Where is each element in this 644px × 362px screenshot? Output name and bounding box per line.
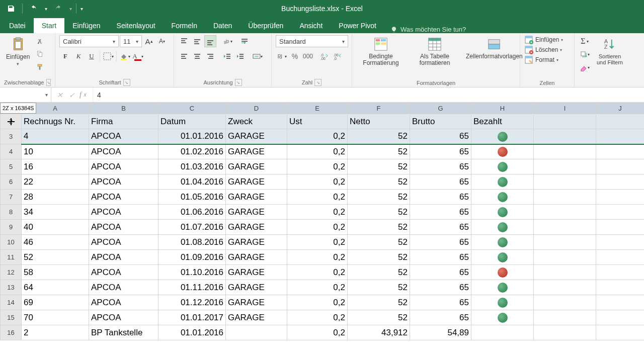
undo-button[interactable]	[27, 2, 41, 16]
clipboard-dialog-launcher[interactable]: ↘	[46, 79, 51, 86]
cell[interactable]: GARAGE	[226, 220, 287, 235]
cell[interactable]	[596, 295, 645, 310]
cell-status[interactable]	[471, 174, 534, 190]
row-header[interactable]: 4	[1, 144, 22, 159]
redo-button[interactable]	[51, 2, 65, 16]
cell[interactable]	[534, 174, 596, 190]
bold-button[interactable]: F	[59, 50, 71, 62]
conditional-formatting-button[interactable]: Bedingte Formatierung	[356, 35, 406, 67]
cell[interactable]: 65	[410, 129, 471, 144]
align-right-button[interactable]	[204, 50, 216, 62]
cell[interactable]: 64	[22, 280, 89, 295]
cell[interactable]	[534, 325, 596, 340]
cell[interactable]: 52	[348, 280, 410, 295]
cell[interactable]	[534, 310, 596, 325]
tell-me-search[interactable]: Was möchten Sie tun?	[384, 26, 472, 33]
increase-decimal-button[interactable]: ,0,00	[318, 50, 330, 62]
cell-status[interactable]	[471, 144, 534, 159]
cell[interactable]: Firma	[89, 114, 158, 129]
cell[interactable]: Netto	[348, 114, 410, 129]
insert-function-button[interactable]: fx	[79, 90, 89, 100]
column-header-C[interactable]: C	[158, 103, 226, 114]
cell[interactable]: 28	[22, 190, 89, 205]
orientation-button[interactable]: ab▾	[221, 35, 233, 47]
cell[interactable]	[596, 144, 645, 159]
cell[interactable]: APCOA	[89, 190, 158, 205]
format-as-table-button[interactable]: Als Tabelle formatieren	[413, 35, 457, 67]
cell[interactable]: 0,2	[287, 220, 348, 235]
cell[interactable]: 01.12.2016	[158, 295, 226, 310]
cell[interactable]	[534, 190, 596, 205]
cell[interactable]	[596, 310, 645, 325]
cell[interactable]: 52	[22, 250, 89, 265]
font-size-combo[interactable]: 11▾	[120, 35, 142, 47]
cell[interactable]: 52	[348, 250, 410, 265]
cell[interactable]	[596, 190, 645, 205]
cell-status[interactable]	[471, 159, 534, 174]
cell[interactable]: 65	[410, 265, 471, 280]
save-button[interactable]	[4, 2, 18, 16]
tab-powerpivot[interactable]: Power Pivot	[331, 18, 384, 33]
row-header[interactable]: 12	[1, 265, 22, 280]
column-header-F[interactable]: F	[348, 103, 410, 114]
cell[interactable]: 52	[348, 295, 410, 310]
fill-color-button[interactable]: ▾	[119, 50, 131, 62]
tab-formeln[interactable]: Formeln	[164, 18, 205, 33]
clear-button[interactable]: ▾	[579, 61, 591, 73]
cell[interactable]	[596, 265, 645, 280]
cell[interactable]: Zweck	[226, 114, 287, 129]
cell[interactable]: APCOA	[89, 280, 158, 295]
spreadsheet-grid[interactable]: 2Z x 16384S A B C D E F G H I J 2Rechnug…	[0, 103, 644, 340]
paste-button[interactable]: Einfügen ▾	[4, 35, 32, 67]
cell[interactable]: 0,2	[287, 310, 348, 325]
qat-customize-icon[interactable]: ▾	[80, 6, 83, 12]
cell[interactable]	[534, 295, 596, 310]
cell[interactable]	[534, 159, 596, 174]
row-header[interactable]: 3	[1, 129, 22, 144]
redo-dropdown-icon[interactable]: ▾	[69, 6, 72, 12]
copy-button[interactable]	[34, 48, 46, 60]
cell[interactable]	[596, 220, 645, 235]
cell-status[interactable]	[471, 310, 534, 325]
shrink-font-button[interactable]: A▾	[156, 35, 168, 47]
column-header-J[interactable]: J	[596, 103, 645, 114]
tab-daten[interactable]: Daten	[205, 18, 240, 33]
decrease-decimal-button[interactable]: ,00,0	[331, 50, 343, 62]
row-header[interactable]: 13	[1, 280, 22, 295]
cell[interactable]	[596, 235, 645, 250]
cell[interactable]: 0,2	[287, 325, 348, 340]
column-header-G[interactable]: G	[410, 103, 471, 114]
cell[interactable]: 40	[22, 220, 89, 235]
cell[interactable]: 65	[410, 310, 471, 325]
cell[interactable]: 0,2	[287, 265, 348, 280]
cell[interactable]: 0,2	[287, 159, 348, 174]
tab-einfuegen[interactable]: Einfügen	[64, 18, 108, 33]
align-middle-button[interactable]	[191, 35, 203, 47]
font-dialog-launcher[interactable]: ↘	[123, 79, 130, 86]
cell[interactable]: 52	[348, 190, 410, 205]
cell[interactable]: Bezahlt	[471, 114, 534, 129]
cell[interactable]: APCOA	[89, 265, 158, 280]
alignment-dialog-launcher[interactable]: ↘	[235, 79, 242, 86]
cell-styles-button[interactable]: Zellenformatvorlagen	[464, 35, 525, 61]
font-family-combo[interactable]: Calibri▾	[59, 35, 119, 47]
cell-status[interactable]	[471, 205, 534, 220]
cell[interactable]: 01.09.2016	[158, 250, 226, 265]
cell[interactable]: 01.11.2016	[158, 280, 226, 295]
cell[interactable]: 52	[348, 235, 410, 250]
cell[interactable]: 01.08.2016	[158, 235, 226, 250]
cell[interactable]: GARAGE	[226, 144, 287, 159]
cell[interactable]: Brutto	[410, 114, 471, 129]
cell[interactable]: GARAGE	[226, 129, 287, 144]
cell[interactable]: 65	[410, 174, 471, 190]
row-header[interactable]: 5	[1, 159, 22, 174]
cell[interactable]: 52	[348, 129, 410, 144]
cell[interactable]	[534, 205, 596, 220]
row-header[interactable]: 16	[1, 325, 22, 340]
cell[interactable]: 01.01.2017	[158, 310, 226, 325]
tab-ansicht[interactable]: Ansicht	[291, 18, 331, 33]
cell[interactable]: 52	[348, 205, 410, 220]
cell[interactable]: GARAGE	[226, 265, 287, 280]
autosum-button[interactable]: Σ▾	[579, 35, 591, 47]
cell[interactable]: 0,2	[287, 235, 348, 250]
